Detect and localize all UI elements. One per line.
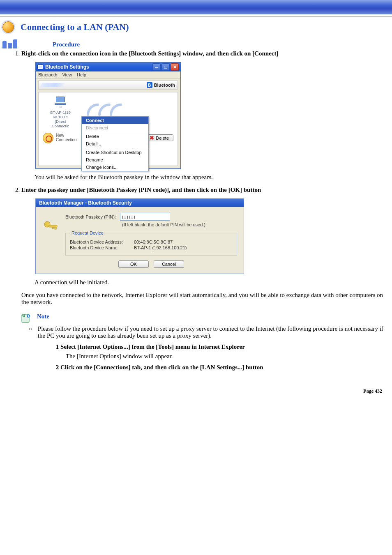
ctx-delete[interactable]: Delete — [82, 133, 148, 140]
ctx-disconnect: Disconnect — [82, 124, 148, 131]
menu-bluetooth[interactable]: Bluetooth — [38, 72, 57, 77]
close-button[interactable]: ✕ — [171, 63, 179, 71]
device-item[interactable]: ◦◦◦ BT-AP-1(19 68.100.1 [Direct Connecti… — [43, 97, 78, 129]
procedure-icon — [2, 40, 23, 48]
addr-value: 00:40:8C:5C:8C:87 — [134, 240, 173, 244]
note-substep-2-head: 2 Click on the [Connections] tab, and th… — [56, 364, 392, 371]
title-bar: Bluetooth Settings – □ ✕ — [36, 62, 180, 71]
page-number: Page 432 — [0, 373, 392, 394]
bluetooth-logo-icon: B — [147, 82, 152, 88]
note-bullet-text: Please follow the procedure below if you… — [38, 325, 392, 339]
maximize-button[interactable]: □ — [161, 63, 170, 71]
ctx-connect[interactable]: Connect — [82, 117, 148, 124]
ctx-create-shortcut[interactable]: Create Shortcut on Desktop — [82, 149, 148, 156]
new-connection-icon — [43, 133, 53, 143]
step-1-head: Right-click on the connection icon in th… — [21, 50, 392, 57]
radio-waves-icon — [85, 98, 126, 117]
note-icon — [21, 313, 31, 324]
request-device-legend: Request Device — [70, 230, 105, 235]
note-substep-1-head: 1 Select [Internet Options...] from the … — [56, 343, 392, 350]
procedure-heading: Procedure — [30, 41, 80, 48]
svg-rect-2 — [55, 227, 56, 229]
pin-label: Bluetooth Passkey (PIN): — [65, 214, 116, 219]
note-heading: Note — [37, 313, 49, 320]
request-device-group: Request Device Bluetooth Device Address:… — [65, 230, 237, 256]
pin-input[interactable] — [120, 213, 170, 221]
menu-bar: Bluetooth View Help — [36, 71, 180, 78]
name-key: Bluetooth Device Name: — [70, 245, 130, 250]
decorative-perspective-icon — [40, 83, 66, 87]
page-title: Connecting to a LAN (PAN) — [21, 22, 129, 32]
cancel-button[interactable]: Cancel — [154, 260, 184, 268]
step-1-after-text: You will be asked for the Bluetooth pass… — [35, 174, 392, 181]
ctx-change-icons[interactable]: Change Icons... — [82, 164, 148, 171]
ok-button[interactable]: OK — [118, 260, 149, 268]
note-bullet-marker: ○ — [29, 325, 32, 333]
new-connection-button[interactable]: NewConnection — [43, 133, 77, 143]
divider — [0, 16, 392, 16]
ctx-detail[interactable]: Detail... — [82, 140, 148, 147]
window-app-icon — [37, 64, 43, 69]
pin-hint: (If left blank, the default PIN will be … — [122, 222, 237, 227]
bluetooth-brand-label: Bluetooth — [154, 83, 175, 88]
minimize-button[interactable]: – — [152, 63, 161, 71]
step-2-after-text: A connection will be initiated. — [35, 279, 392, 286]
svg-rect-3 — [52, 227, 53, 229]
body-paragraph: Once you have connected to the network, … — [21, 292, 392, 306]
delete-button[interactable]: ✖ Delete — [145, 134, 173, 141]
step-2-head: Enter the passkey under [Bluetooth Passk… — [21, 187, 392, 193]
top-banner — [0, 0, 392, 14]
svg-rect-1 — [49, 225, 57, 227]
bluetooth-settings-window: Bluetooth Settings – □ ✕ Bluetooth View … — [35, 62, 181, 169]
note-substep-1-desc: The [Internet Options] window will appea… — [66, 353, 392, 360]
context-menu: Connect Disconnect Delete Detail... Crea… — [81, 116, 149, 171]
delete-x-icon: ✖ — [150, 135, 154, 140]
device-area: ◦◦◦ BT-AP-1(19 68.100.1 [Direct Connecti… — [38, 92, 178, 166]
name-value: BT-AP-1 (192.168.100.21) — [134, 245, 187, 250]
section-bullet-icon — [2, 21, 14, 33]
menu-help[interactable]: Help — [77, 72, 86, 77]
key-icon — [42, 219, 59, 235]
menu-view[interactable]: View — [62, 72, 72, 77]
device-label: BT-AP-1(19 68.100.1 [Direct Connectic — [50, 111, 71, 129]
network-device-icon: ◦◦◦ — [55, 97, 66, 109]
toolbar-strip: B Bluetooth — [38, 81, 178, 90]
dialog-title: Bluetooth Manager - Bluetooth Security — [36, 199, 244, 207]
bluetooth-security-dialog: Bluetooth Manager - Bluetooth Security B… — [35, 198, 244, 274]
addr-key: Bluetooth Device Address: — [70, 240, 130, 244]
ctx-rename[interactable]: Rename — [82, 156, 148, 164]
window-title: Bluetooth Settings — [45, 64, 89, 70]
